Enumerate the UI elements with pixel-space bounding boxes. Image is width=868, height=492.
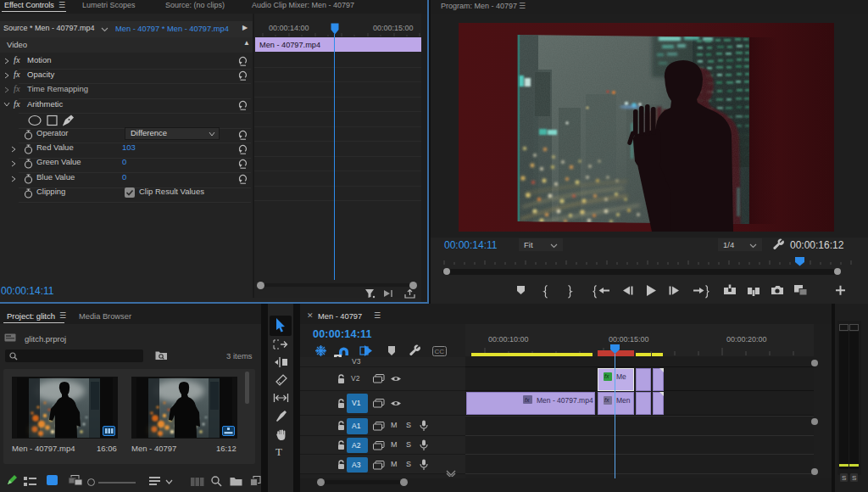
svg-text:CC: CC <box>435 348 445 355</box>
